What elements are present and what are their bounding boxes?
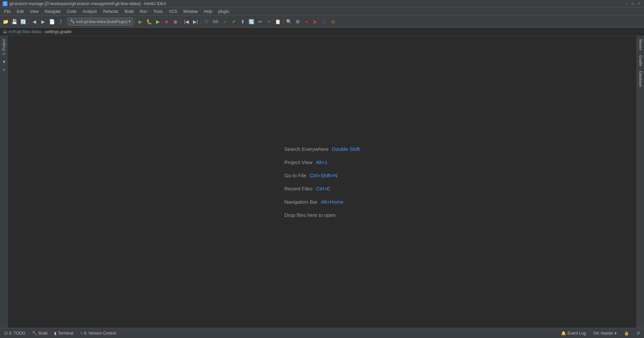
git-update-icon[interactable]: ⬆: [239, 18, 247, 26]
dropdown-icon: ▾: [615, 331, 617, 336]
star-icon: ★: [2, 60, 6, 64]
bottom-right: 🔔 Event Log Git: master ▾ 🔒 ↺: [559, 330, 642, 336]
search-everywhere-label: Search Everywhere: [284, 146, 329, 152]
project-view-label: Project View: [284, 159, 313, 165]
menu-view[interactable]: View: [27, 8, 41, 15]
toolbar-coverage[interactable]: 🛡: [202, 18, 211, 26]
todo-label: 6: TODO: [9, 331, 25, 336]
sidebar-tab-gradle[interactable]: Gradle: [638, 53, 644, 68]
toolbar-forward[interactable]: ▶: [39, 18, 47, 26]
bottom-tab-todo[interactable]: ☑ 6: TODO: [2, 330, 27, 336]
app-icon: I: [3, 1, 7, 6]
bottom-tab-version-control[interactable]: ⑂ 9: Version Control: [78, 330, 118, 336]
maximize-button[interactable]: □: [630, 1, 635, 6]
run-button[interactable]: ▶: [136, 18, 144, 26]
build-label: Build: [39, 331, 48, 336]
menu-refactor[interactable]: Refactor: [101, 8, 121, 15]
menu-code[interactable]: Code: [64, 8, 79, 15]
menu-build[interactable]: Build: [122, 8, 136, 15]
menu-bar: File Edit View Navigate Code Analyze Ref…: [0, 7, 644, 16]
git-label: Git:: [213, 19, 219, 24]
menu-window[interactable]: Window: [180, 8, 200, 15]
toolbar-project-icon: 🔧: [70, 19, 75, 24]
toolbar-sep-3: [134, 18, 135, 25]
git-refresh-icon[interactable]: 🔃: [248, 18, 256, 26]
menu-help[interactable]: Help: [201, 8, 215, 15]
sidebar-tab-icon[interactable]: ≡: [1, 67, 7, 73]
git-log-icon[interactable]: 📋: [274, 18, 282, 26]
bottom-tab-event-log[interactable]: 🔔 Event Log: [559, 330, 588, 336]
toolbar: 📁 💾 🔄 ◀ ▶ 📄 ⤴ 🔧 mrtf-git-flow-4idea [bui…: [0, 16, 644, 28]
run-with-coverage-button[interactable]: ▶: [154, 18, 162, 26]
bottom-tab-build[interactable]: 🔨 Build: [30, 330, 50, 336]
bottom-tab-terminal[interactable]: ▮ Terminal: [52, 330, 75, 336]
toolbar-disable[interactable]: ⊘: [329, 18, 337, 26]
breadcrumb-file[interactable]: settings.gradle: [45, 29, 71, 34]
window-controls: − □ ×: [624, 1, 641, 6]
toolbar-sep-5: [201, 18, 201, 25]
search-everywhere-shortcut[interactable]: Double Shift: [332, 146, 360, 152]
bottom-bar: ☑ 6: TODO 🔨 Build ▮ Terminal ⑂ 9: Versio…: [0, 328, 644, 338]
toolbar-open-folder[interactable]: 📁: [1, 18, 9, 26]
toolbar-build-first[interactable]: |◀: [183, 18, 191, 26]
lock-button[interactable]: 🔒: [622, 330, 631, 336]
stop-button[interactable]: ■: [163, 18, 171, 26]
sidebar-tab-database[interactable]: Database: [638, 69, 644, 89]
close-button[interactable]: ×: [637, 1, 641, 6]
menu-run[interactable]: Run: [137, 8, 150, 15]
toolbar-nav[interactable]: ⤴: [57, 18, 65, 26]
navigation-bar-label: Navigation Bar: [284, 199, 318, 205]
menu-edit[interactable]: Edit: [14, 8, 26, 15]
toolbar-plugin2[interactable]: ▶: [312, 18, 320, 26]
project-view-shortcut[interactable]: Alt+1: [316, 159, 328, 165]
toolbar-project-name: mrtf-git-flow-4idea [buildPlugin]: [76, 20, 127, 24]
menu-navigate[interactable]: Navigate: [42, 8, 63, 15]
menu-vcs[interactable]: VCS: [166, 8, 180, 15]
menu-plugin[interactable]: plugin: [216, 8, 232, 15]
drop-files-label: Drop files here to open: [284, 212, 336, 218]
sidebar-tab-favorites[interactable]: ★: [0, 58, 7, 66]
todo-icon: ☑: [4, 331, 8, 336]
menu-file[interactable]: File: [1, 8, 13, 15]
toolbar-sync[interactable]: 🔄: [19, 18, 27, 26]
git-branch-indicator[interactable]: Git: master ▾: [591, 330, 619, 336]
toolbar-plugin3[interactable]: □: [320, 18, 328, 26]
settings-button[interactable]: ⚙: [294, 18, 302, 26]
git-branches-icon[interactable]: ⑂: [265, 18, 273, 26]
toolbar-sep-2: [66, 18, 66, 25]
toolbar-sep-6: [283, 18, 284, 25]
toggle-breakpoint[interactable]: ◉: [171, 18, 179, 26]
minimize-button[interactable]: −: [624, 1, 629, 6]
chevron-down-icon: ▾: [129, 19, 131, 24]
editor-area: Search Everywhere Double Shift Project V…: [7, 36, 637, 328]
project-dropdown[interactable]: 🔧 mrtf-git-flow-4idea [buildPlugin] ▾: [68, 18, 133, 26]
breadcrumb-sep: ›: [42, 29, 44, 34]
toolbar-recent-files[interactable]: 📄: [48, 18, 56, 26]
toolbar-save[interactable]: 💾: [10, 18, 18, 26]
toolbar-sep-4: [181, 18, 181, 25]
welcome-drop-line: Drop files here to open: [284, 212, 360, 218]
sidebar-tab-project[interactable]: 1: Project: [1, 37, 7, 57]
lock-icon: 🔒: [624, 331, 629, 336]
sidebar-tab-maven[interactable]: Maven: [638, 37, 644, 52]
goto-file-shortcut[interactable]: Ctrl+Shift+N: [310, 173, 338, 178]
debug-button[interactable]: 🐛: [145, 18, 153, 26]
toolbar-build-last[interactable]: ▶|: [191, 18, 199, 26]
toolbar-back[interactable]: ◀: [30, 18, 38, 26]
git-check-icon[interactable]: ✓: [221, 18, 229, 26]
recent-files-shortcut[interactable]: Ctrl+E: [316, 186, 330, 191]
sync-button[interactable]: ↺: [635, 330, 642, 336]
toolbar-sep-1: [28, 18, 29, 25]
toolbar-plugin1[interactable]: ●: [303, 18, 311, 26]
main-layout: 1: Project ★ ≡ Search Everywhere Double …: [0, 36, 644, 328]
breadcrumb: 🗂 mrtf-git-flow-4idea › settings.gradle: [0, 28, 644, 36]
git-rollback-icon[interactable]: ↩: [256, 18, 264, 26]
menu-analyze[interactable]: Analyze: [80, 8, 100, 15]
navigation-bar-shortcut[interactable]: Alt+Home: [321, 199, 343, 205]
goto-file-label: Go to File: [284, 173, 306, 178]
git-check2-icon[interactable]: ✔: [230, 18, 238, 26]
sync-icon: ↺: [637, 331, 640, 336]
breadcrumb-root[interactable]: mrtf-git-flow-4idea: [8, 29, 41, 34]
menu-tools[interactable]: Tools: [151, 8, 166, 15]
search-everywhere-button[interactable]: 🔍: [285, 18, 293, 26]
